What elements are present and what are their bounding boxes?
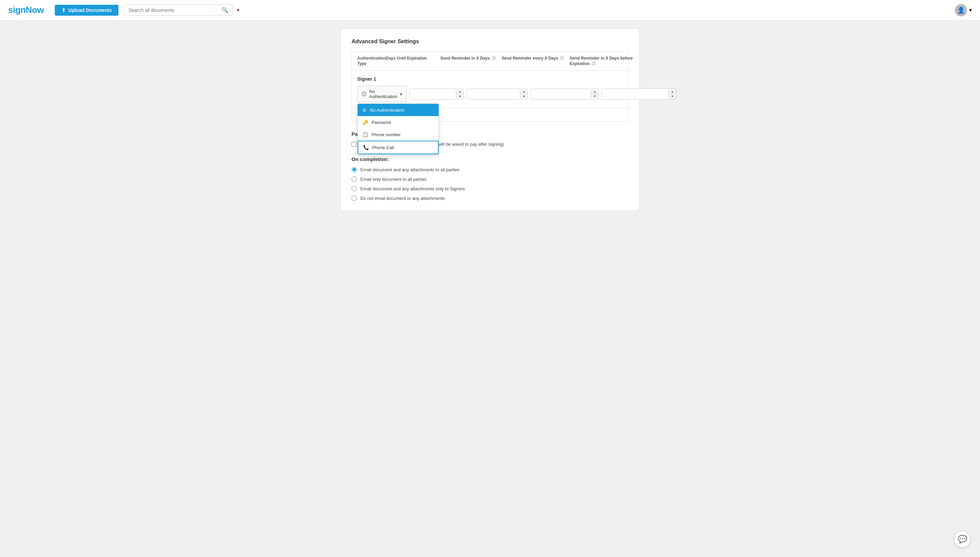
info-icon-3: ⓘ — [592, 62, 595, 66]
reminder-every-x-down[interactable]: ▼ — [591, 94, 598, 99]
card-title: Advanced Signer Settings — [352, 39, 628, 45]
on-completion-title: On completion: — [352, 156, 628, 162]
info-icon-2: ⓘ — [560, 56, 564, 60]
settings-table: Authentication Type Days Until Expiratio… — [352, 51, 628, 122]
days-expiration-up[interactable]: ▲ — [456, 90, 464, 94]
radio-row-email-all: Email document and any attachments to al… — [352, 167, 628, 172]
auth-dropdown-arrow: ▾ — [400, 91, 402, 97]
signer-label: Signer 1 — [357, 76, 623, 82]
radio-email-signers-label: Email document and any attachments only … — [360, 186, 465, 191]
auth-dropdown-menu: ⊘ No Authentication 🔑 Password 📋 Phone n… — [357, 104, 439, 155]
logo: signNow — [8, 5, 44, 15]
col-reminder-x-days: Send Reminder in X Days ⓘ — [440, 56, 501, 67]
reminder-every-x-spinners: ▲ ▼ — [591, 90, 598, 99]
upload-icon: ⬆ — [62, 8, 66, 13]
payment-checkbox[interactable] — [352, 142, 357, 147]
radio-row-email-signers: Email document and any attachments only … — [352, 186, 628, 191]
dropdown-item-password[interactable]: 🔑 Password — [358, 116, 439, 129]
chat-icon: 💬 — [958, 535, 967, 544]
col-reminder-every: Send Reminder every X Days ⓘ — [501, 56, 570, 67]
info-icon-1: ⓘ — [492, 56, 496, 60]
radio-email-doc[interactable] — [352, 176, 357, 182]
reminder-x-days-spinners: ▲ ▼ — [520, 90, 527, 99]
on-completion-radio-group: Email document and any attachments to al… — [352, 167, 628, 201]
days-expiration-spinners: ▲ ▼ — [456, 90, 464, 99]
auth-dropdown-container: ⊘ No Authentication ▾ ⊘ No Authenticatio… — [357, 86, 407, 102]
radio-email-all-label: Email document and any attachments to al… — [360, 167, 459, 172]
signer-controls: ⊘ No Authentication ▾ ⊘ No Authenticatio… — [357, 86, 623, 102]
reminder-every-x-value[interactable]: 0 — [531, 89, 591, 99]
radio-no-email-label: Do not email document or any attachments — [360, 196, 445, 201]
radio-no-email[interactable] — [352, 195, 357, 201]
reminder-x-days-input[interactable]: 0 ▲ ▼ — [467, 88, 528, 100]
password-label: Password — [372, 120, 391, 125]
table-header: Authentication Type Days Until Expiratio… — [352, 52, 628, 71]
phone-number-icon: 📋 — [362, 132, 368, 137]
radio-email-doc-label: Email only document to all parties — [360, 177, 427, 182]
col-days-expiration: Days Until Expiration — [386, 56, 440, 67]
phone-call-label: Phone Call — [372, 145, 394, 150]
no-auth-label: No Authentication — [370, 107, 405, 113]
avatar-area[interactable]: 👤 ▾ — [955, 4, 972, 16]
header-dropdown-arrow[interactable]: ▾ — [237, 7, 240, 13]
no-auth-menu-icon: ⊘ — [362, 107, 367, 113]
reminder-before-input[interactable]: 0 ▲ ▼ — [601, 88, 676, 100]
password-icon: 🔑 — [362, 119, 368, 125]
upload-button[interactable]: ⬆ Upload Documents — [55, 5, 119, 16]
col-auth-type: Authentication Type — [357, 56, 386, 67]
col-reminder-before: Send Reminder in X Days before Expiratio… — [570, 56, 644, 67]
days-expiration-input[interactable]: 30 ▲ ▼ — [409, 88, 464, 100]
settings-card: Advanced Signer Settings Authentication … — [340, 29, 640, 211]
reminder-x-days-up[interactable]: ▲ — [520, 90, 527, 94]
avatar-icon: 👤 — [957, 7, 965, 14]
chat-button[interactable]: 💬 — [954, 531, 970, 547]
days-expiration-value[interactable]: 30 — [410, 89, 456, 99]
auth-dropdown-label: No Authentication — [369, 89, 397, 99]
days-expiration-down[interactable]: ▼ — [456, 94, 464, 99]
radio-email-all[interactable] — [352, 167, 357, 172]
main-content: Advanced Signer Settings Authentication … — [0, 20, 980, 219]
header: signNow ⬆ Upload Documents 🔍 ▾ 👤 ▾ — [0, 0, 980, 20]
signer-1-row: Signer 1 ⊘ No Authentication ▾ ⊘ — [352, 71, 628, 107]
phone-call-icon: 📞 — [363, 145, 369, 150]
reminder-before-up[interactable]: ▲ — [668, 90, 676, 94]
avatar: 👤 — [955, 4, 967, 16]
search-input[interactable] — [128, 8, 222, 13]
avatar-dropdown-arrow: ▾ — [969, 7, 972, 13]
on-completion-section: On completion: Email document and any at… — [352, 156, 628, 201]
radio-email-signers[interactable] — [352, 186, 357, 191]
auth-dropdown-button[interactable]: ⊘ No Authentication ▾ — [357, 86, 407, 102]
radio-row-no-email: Do not email document or any attachments — [352, 195, 628, 201]
dropdown-item-phone-number[interactable]: 📋 Phone number — [358, 129, 439, 141]
search-icon: 🔍 — [222, 7, 228, 13]
reminder-every-x-input[interactable]: 0 ▲ ▼ — [531, 88, 599, 100]
reminder-every-x-up[interactable]: ▲ — [591, 90, 598, 94]
reminder-before-down[interactable]: ▼ — [668, 94, 676, 99]
no-auth-icon: ⊘ — [362, 91, 367, 96]
reminder-before-value[interactable]: 0 — [602, 89, 668, 99]
dropdown-item-no-auth[interactable]: ⊘ No Authentication — [358, 104, 439, 116]
search-wrapper: 🔍 — [124, 5, 233, 16]
reminder-x-days-value[interactable]: 0 — [467, 89, 520, 99]
phone-number-label: Phone number — [372, 132, 401, 137]
reminder-before-spinners: ▲ ▼ — [668, 90, 676, 99]
dropdown-item-phone-call[interactable]: 📞 Phone Call — [358, 141, 439, 154]
reminder-x-days-down[interactable]: ▼ — [520, 94, 527, 99]
radio-row-email-doc: Email only document to all parties — [352, 176, 628, 182]
